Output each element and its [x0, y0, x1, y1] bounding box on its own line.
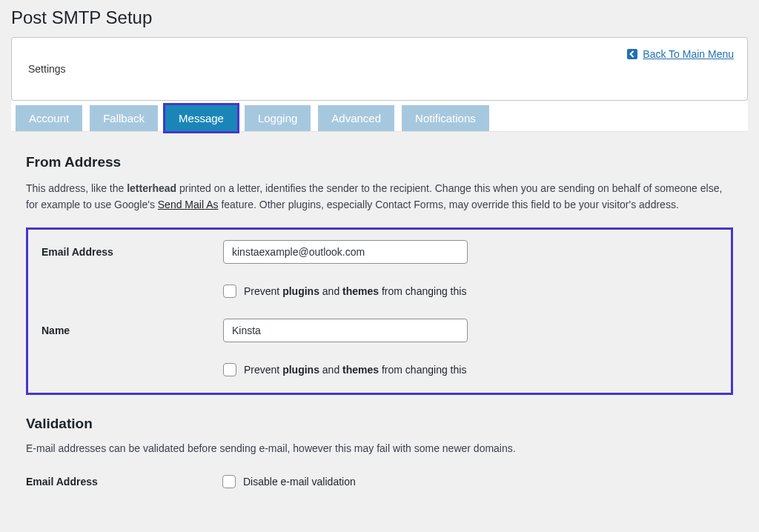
check-text: from changing this — [379, 364, 466, 376]
disable-validation-label: Disable e-mail validation — [243, 476, 356, 488]
back-arrow-icon — [626, 48, 638, 60]
tab-logging[interactable]: Logging — [245, 105, 311, 131]
check-bold: plugins — [282, 364, 319, 376]
email-address-row: Email Address — [42, 240, 717, 264]
prevent-change-name-checkbox[interactable] — [223, 363, 236, 376]
back-to-main-menu-link[interactable]: Back To Main Menu — [626, 48, 734, 60]
desc-text: This address, like the — [26, 182, 127, 194]
name-row: Name — [42, 319, 717, 342]
from-address-form-block: Email Address Prevent plugins and themes… — [26, 227, 733, 395]
page-title: Post SMTP Setup — [11, 7, 748, 28]
tab-message[interactable]: Message — [165, 105, 237, 131]
prevent-change-email-checkbox[interactable] — [223, 285, 236, 298]
settings-label: Settings — [28, 51, 731, 75]
check-bold: themes — [342, 285, 379, 297]
prevent-change-email-row: Prevent plugins and themes from changing… — [42, 285, 717, 298]
validation-email-label: Email Address — [26, 476, 222, 488]
check-text: Prevent — [244, 364, 282, 376]
prevent-change-name-label: Prevent plugins and themes from changing… — [244, 364, 466, 376]
back-to-main-menu-text[interactable]: Back To Main Menu — [643, 48, 734, 60]
tab-notifications[interactable]: Notifications — [402, 105, 489, 131]
tab-advanced[interactable]: Advanced — [318, 105, 394, 131]
check-bold: themes — [342, 364, 379, 376]
tab-account[interactable]: Account — [16, 105, 82, 131]
tabs-row: Account Fallback Message Logging Advance… — [11, 101, 748, 132]
settings-header-card: Back To Main Menu Settings — [11, 37, 748, 101]
disable-validation-checkbox[interactable] — [222, 475, 236, 488]
validation-description: E-mail addresses can be validated before… — [26, 442, 733, 454]
check-text: Prevent — [244, 285, 282, 297]
tab-content: From Address This address, like the lett… — [11, 132, 748, 488]
validation-row: Email Address Disable e-mail validation — [26, 475, 733, 488]
name-label: Name — [42, 325, 223, 336]
desc-text: feature. Other plugins, especially Conta… — [219, 199, 679, 210]
from-address-description: This address, like the letterhead printe… — [26, 181, 733, 213]
email-address-field[interactable] — [223, 240, 468, 264]
tab-fallback[interactable]: Fallback — [90, 105, 158, 131]
desc-bold: letterhead — [127, 182, 176, 194]
prevent-change-name-row: Prevent plugins and themes from changing… — [42, 363, 717, 376]
from-address-heading: From Address — [26, 154, 733, 170]
svg-rect-0 — [627, 49, 637, 59]
check-text: and — [319, 285, 342, 297]
validation-heading: Validation — [26, 416, 733, 432]
send-mail-as-link[interactable]: Send Mail As — [158, 199, 219, 210]
check-text: from changing this — [379, 285, 466, 297]
name-field[interactable] — [223, 319, 468, 342]
check-text: and — [319, 364, 342, 376]
email-address-label: Email Address — [42, 246, 223, 258]
prevent-change-email-label: Prevent plugins and themes from changing… — [244, 285, 466, 297]
check-bold: plugins — [282, 285, 319, 297]
